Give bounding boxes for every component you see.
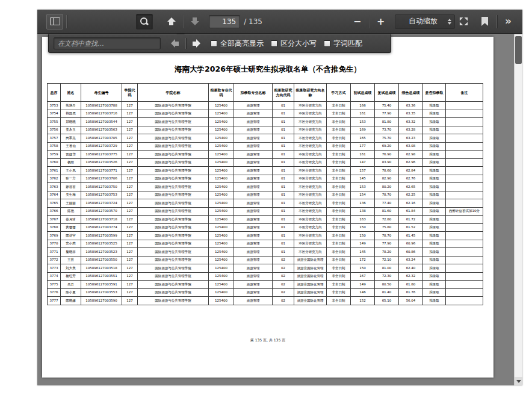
table-cell: 105896127003774 xyxy=(81,223,122,232)
table-cell: 杨红芳 xyxy=(61,272,81,281)
table-cell: 国际旅游与公共管理学院 xyxy=(138,183,209,191)
table-cell: 127 xyxy=(122,264,138,273)
table-row: 3762耿一方105896127003706127国际旅游与公共管理学院1254… xyxy=(48,175,483,183)
table-cell: 65.10 xyxy=(375,297,399,305)
table-cell: 西部计划初试加10分 xyxy=(446,207,483,216)
table-cell: 3760 xyxy=(48,158,61,167)
scrollbar-down-button[interactable] xyxy=(515,377,522,385)
table-cell: 81.80 xyxy=(375,118,399,126)
table-cell: 01 xyxy=(273,167,294,175)
find-previous-button[interactable] xyxy=(168,38,182,49)
page-number-input[interactable] xyxy=(209,15,240,28)
table-cell xyxy=(446,199,483,208)
scrollbar-thumb[interactable] xyxy=(515,36,522,64)
checkbox-icon xyxy=(324,40,330,47)
match-case-checkbox[interactable]: 区分大小写 xyxy=(271,39,317,49)
table-cell: 黎晓菲 xyxy=(61,248,81,257)
column-header: 备注 xyxy=(446,84,483,102)
whole-words-checkbox[interactable]: 字词匹配 xyxy=(324,39,362,49)
viewer-content-area[interactable]: 海南大学2026年硕士研究生拟录取名单（不含推免生） 总序姓名考生编号学院代码学… xyxy=(37,34,522,385)
table-cell: 旅游管理 xyxy=(234,207,273,216)
table-cell: 157 xyxy=(351,167,375,175)
presentation-mode-button[interactable] xyxy=(455,14,472,30)
table-cell: 拟录取 xyxy=(423,240,446,248)
table-cell: 75.80 xyxy=(375,223,399,232)
table-cell: 125400 xyxy=(209,256,234,264)
zoom-select[interactable]: 自动缩放 xyxy=(395,14,455,29)
table-cell: 56.04 xyxy=(399,297,423,305)
table-cell: 105896127003550 xyxy=(81,256,122,264)
sidebar-toggle-button[interactable] xyxy=(46,14,63,30)
table-cell: 3758 xyxy=(48,142,61,151)
page-up-button[interactable] xyxy=(163,14,180,30)
page-total-label: / 135 xyxy=(244,17,262,26)
table-cell: 国际旅游与公共管理学院 xyxy=(138,167,209,175)
table-cell: 非全日制 xyxy=(327,288,351,297)
arrow-left-icon xyxy=(171,39,179,48)
table-cell: 3777 xyxy=(48,297,61,305)
find-button[interactable] xyxy=(136,14,153,30)
table-cell: 陈诗宇 xyxy=(61,232,81,240)
toolbar-overflow-button[interactable]: » xyxy=(500,14,517,30)
table-cell: 127 xyxy=(122,256,138,264)
table-cell: 01 xyxy=(273,191,294,199)
table-cell: 旅游业国际化管理 xyxy=(294,288,327,297)
table-cell: 3753 xyxy=(48,102,61,110)
table-cell: 3775 xyxy=(48,281,61,289)
column-header: 姓名 xyxy=(61,84,81,102)
table-cell: 81.60 xyxy=(375,207,399,216)
table-cell: 拟录取 xyxy=(423,288,446,297)
table-cell: 国际旅游与公共管理学院 xyxy=(138,272,209,281)
table-cell xyxy=(446,232,483,240)
vertical-scrollbar[interactable] xyxy=(514,34,522,385)
table-cell: 61.84 xyxy=(399,207,423,216)
table-cell: 127 xyxy=(122,288,138,297)
zoom-out-button[interactable]: − xyxy=(349,14,366,30)
highlight-all-checkbox[interactable]: 全部高亮显示 xyxy=(211,39,264,49)
table-cell: 62.96 xyxy=(399,158,423,167)
table-cell: 旅游管理 xyxy=(234,158,273,167)
table-cell: 127 xyxy=(122,110,138,118)
table-cell: 不区分研究方向 xyxy=(294,232,327,240)
table-cell: 125400 xyxy=(209,199,234,208)
table-cell: 国际旅游与公共管理学院 xyxy=(138,191,209,199)
table-cell: 国际旅游与公共管理学院 xyxy=(138,288,209,297)
find-input[interactable] xyxy=(54,37,161,49)
table-cell: 163 xyxy=(351,216,375,224)
table-cell: 83.90 xyxy=(375,158,399,167)
table-cell: 165 xyxy=(351,134,375,143)
column-header: 拟录取专业名称 xyxy=(234,84,273,102)
table-cell: 105896127003724 xyxy=(81,199,122,208)
table-cell: 3754 xyxy=(48,110,61,118)
table-cell: 非全日制 xyxy=(327,256,351,264)
arrow-right-icon xyxy=(193,39,200,48)
search-icon xyxy=(140,17,149,26)
table-cell: 150 xyxy=(351,232,375,240)
admission-table: 总序姓名考生编号学院代码学院名称拟录取专业代码拟录取专业名称拟录取研究方向代码拟… xyxy=(47,83,483,305)
table-cell: 旅游管理 xyxy=(234,248,273,257)
table-cell: 61.76 xyxy=(399,288,423,297)
table-cell: 146 xyxy=(351,288,375,297)
table-cell: 旅游管理 xyxy=(234,151,273,159)
table-cell: 63.08 xyxy=(399,142,423,151)
table-cell: 82.90 xyxy=(375,175,399,183)
table-cell: 01 xyxy=(273,151,294,159)
table-cell: 02 xyxy=(273,281,294,289)
zoom-in-button[interactable]: + xyxy=(373,14,389,30)
table-cell: 拟录取 xyxy=(423,167,446,175)
find-next-button[interactable] xyxy=(190,38,203,49)
table-cell: 105896127003590 xyxy=(81,297,122,305)
table-cell: 105896127003553 xyxy=(81,288,122,297)
bookmark-button[interactable] xyxy=(477,14,493,30)
table-cell: 63.32 xyxy=(399,118,423,126)
page-down-button[interactable] xyxy=(187,14,203,30)
table-cell: 127 xyxy=(122,158,138,167)
table-cell: 02 xyxy=(273,256,294,264)
table-cell: 105896127003705 xyxy=(81,134,122,143)
table-row: 3774杨红芳105896127003551127国际旅游与公共管理学院1254… xyxy=(48,272,483,281)
table-cell: 62.32 xyxy=(399,272,423,281)
zoom-select-value: 自动缩放 xyxy=(409,16,438,26)
table-cell xyxy=(446,264,483,273)
table-cell: 不区分研究方向 xyxy=(294,158,327,167)
table-cell: 熊珞丹 xyxy=(61,102,81,110)
